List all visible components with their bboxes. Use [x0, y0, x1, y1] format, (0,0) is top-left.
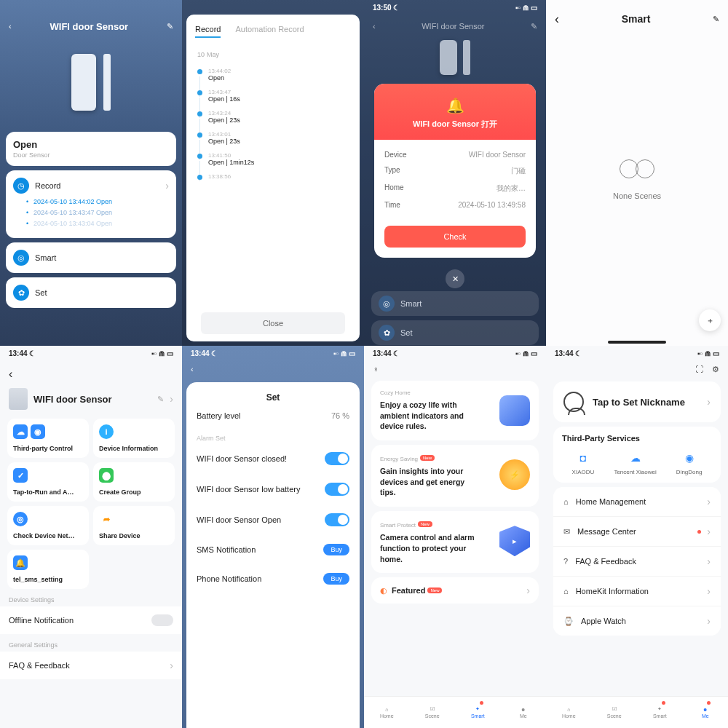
record-card[interactable]: ◷ Record › 2024-05-10 13:44:02 Open 2024…	[6, 170, 176, 238]
profile-icon[interactable]: ♀	[373, 365, 379, 373]
home-management-row[interactable]: ⌂Home Management›	[553, 487, 721, 517]
close-button[interactable]: Close	[201, 312, 345, 334]
open-alarm-row[interactable]: WIFI door Sensor Open	[197, 505, 349, 535]
nav-scene[interactable]: ☑Scene	[410, 697, 456, 728]
page-title: Smart	[622, 13, 651, 25]
toggle[interactable]	[325, 483, 349, 496]
device-icon	[9, 388, 28, 410]
phone-row[interactable]: Phone NotificationBuy	[197, 564, 349, 593]
back-icon[interactable]: ‹	[9, 368, 12, 380]
help-icon: ?	[563, 557, 568, 566]
buy-button[interactable]: Buy	[323, 573, 349, 585]
offline-notification-row[interactable]: Offline Notification	[0, 606, 182, 634]
edit-icon[interactable]: ✎	[531, 22, 537, 31]
door-subtitle: Door Sensor	[13, 151, 169, 159]
add-button[interactable]: ＋	[699, 309, 721, 331]
featured-row[interactable]: ◐FeaturedNew ›	[371, 577, 539, 604]
sms-row[interactable]: SMS NotificationBuy	[197, 535, 349, 564]
tile-tel-sms[interactable]: 🔔 tel_sms_setting	[7, 550, 89, 589]
settings-icon[interactable]: ⚙	[712, 365, 719, 374]
third-party-card: Third-Party Services ◘XIAODU ☁Tencent Xi…	[553, 427, 721, 483]
tile-third-party[interactable]: ☁◉ Third-party Control	[7, 419, 89, 458]
toggle[interactable]	[325, 452, 349, 465]
toggle[interactable]	[325, 513, 349, 526]
dingdong-item[interactable]: ◉DingDong	[676, 450, 703, 475]
swirl-icon: ◉	[31, 424, 45, 439]
closed-alarm-row[interactable]: WIFI door Sensor closed!	[197, 443, 349, 474]
tile-check-network[interactable]: ◎ Check Device Net…	[7, 506, 89, 545]
smart-row[interactable]: ◎ Smart	[6, 242, 176, 273]
back-icon[interactable]: ‹	[9, 22, 12, 31]
xiaodu-icon: ◘	[575, 450, 591, 466]
smart-protect-card[interactable]: Smart ProtectNew Camera control and alar…	[371, 511, 539, 573]
device-settings-header: Device Settings	[0, 589, 182, 606]
set-row-dim: ✿ Set	[371, 320, 539, 345]
apple-watch-row[interactable]: ⌚Apple Watch›	[553, 606, 721, 636]
back-icon[interactable]: ‹	[555, 12, 559, 27]
alert-dialog: 🔔 WIFI door Sensor 打开 DeviceWIFI door Se…	[374, 84, 536, 258]
close-icon[interactable]: ✕	[446, 269, 464, 288]
fire-icon: ◐	[380, 586, 387, 595]
cloud-icon: ☁	[13, 424, 28, 439]
edit-icon[interactable]: ✎	[713, 15, 719, 24]
edit-icon[interactable]: ✎	[157, 395, 164, 404]
edit-icon[interactable]: ✎	[167, 22, 173, 31]
faq-row[interactable]: ?FAQ & Feedback›	[553, 547, 721, 577]
toggle-off[interactable]	[151, 614, 173, 626]
tile-device-info[interactable]: i Device Information	[93, 419, 175, 458]
buy-button[interactable]: Buy	[323, 544, 349, 555]
tencent-item[interactable]: ☁Tencent Xiaowei	[614, 450, 656, 475]
record-list: 2024-05-10 13:44:02 Open 2024-05-10 13:4…	[13, 198, 169, 227]
home-icon: ⌂	[563, 497, 569, 506]
nav-home[interactable]: ⌂Home	[364, 697, 410, 728]
check-button[interactable]: Check	[384, 226, 526, 248]
low-battery-row[interactable]: WIFI door Sensor low battery	[197, 474, 349, 505]
info-icon: i	[99, 424, 114, 439]
house-icon	[499, 395, 530, 426]
device-name: WIFI door Sensor	[33, 394, 112, 405]
nav-home[interactable]: ⌂Home	[546, 697, 592, 728]
home-icon: ⌂	[385, 707, 388, 712]
smart-icon: ✦	[657, 706, 662, 712]
tile-create-group[interactable]: ⬤ Create Group	[93, 462, 175, 502]
chevron-right-icon: ›	[165, 180, 169, 191]
faq-row[interactable]: FAQ & Feedback›	[0, 652, 182, 679]
back-icon[interactable]: ‹	[191, 365, 194, 373]
tab-record[interactable]: Record	[195, 25, 221, 38]
tile-share-device[interactable]: ➦ Share Device	[93, 506, 175, 545]
set-label: Set	[35, 288, 47, 297]
cozy-home-card[interactable]: Cozy Home Enjoy a cozy life with ambient…	[371, 381, 539, 440]
homekit-row[interactable]: ⌂HomeKit Information›	[553, 577, 721, 606]
home-icon: ⌂	[567, 707, 570, 712]
set-row[interactable]: ✿ Set	[6, 277, 176, 308]
status-card: Open Door Sensor	[6, 132, 176, 166]
scan-icon[interactable]: ⛶	[695, 365, 703, 374]
scene-icon: ☑	[430, 706, 435, 712]
tab-automation[interactable]: Automation Record	[235, 25, 304, 38]
nav-me[interactable]: ☻Me	[501, 697, 547, 728]
nav-smart[interactable]: ✦Smart	[455, 697, 501, 728]
nickname-row[interactable]: Tap to Set Nickname ›	[553, 381, 721, 422]
nav-smart[interactable]: ✦Smart	[637, 697, 683, 728]
chevron-right-icon[interactable]: ›	[170, 393, 173, 405]
bolt-icon: ⚡	[499, 459, 530, 490]
cloud-icon: ☁	[628, 450, 644, 466]
nav-scene[interactable]: ☑Scene	[592, 697, 638, 728]
message-center-row[interactable]: ✉Message Center›	[553, 517, 721, 547]
notification-dot	[697, 530, 701, 534]
home-indicator	[608, 341, 666, 344]
nav-me[interactable]: ☻Me	[683, 697, 729, 728]
date-header: 10May	[195, 45, 351, 60]
clock-icon: ◷	[13, 178, 29, 194]
general-settings-header: General Settings	[0, 634, 182, 652]
smart-row-dim: ◎ Smart	[371, 291, 539, 316]
message-icon: ✉	[563, 527, 570, 536]
back-icon[interactable]: ‹	[373, 22, 376, 31]
dingdong-icon: ◉	[681, 450, 697, 466]
bell-icon: 🔔	[381, 97, 529, 114]
energy-saving-card[interactable]: Energy SavingNew Gain insights into your…	[371, 445, 539, 507]
xiaodu-item[interactable]: ◘XIAODU	[572, 450, 595, 475]
scene-icon: ☑	[612, 706, 617, 712]
tile-tap-to-run[interactable]: ✓ Tap-to-Run and A…	[7, 462, 89, 502]
smart-icon: ◎	[379, 296, 395, 312]
